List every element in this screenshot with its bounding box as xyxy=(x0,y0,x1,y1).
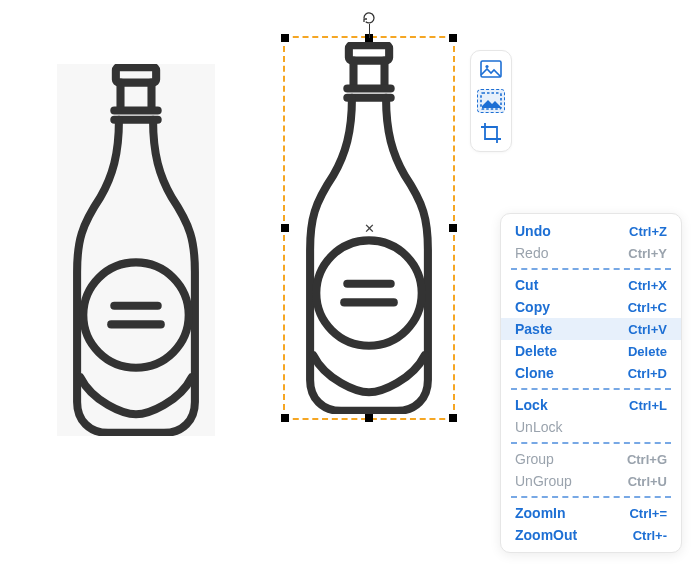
bottle-icon xyxy=(57,64,215,436)
menu-item-label: ZoomOut xyxy=(515,527,577,543)
canvas-object-bottle[interactable] xyxy=(57,64,215,436)
menu-item-label: Delete xyxy=(515,343,557,359)
menu-item-copy[interactable]: CopyCtrl+C xyxy=(501,296,681,318)
menu-item-shortcut: Ctrl+Z xyxy=(629,224,667,239)
menu-item-undo[interactable]: UndoCtrl+Z xyxy=(501,220,681,242)
menu-item-label: Clone xyxy=(515,365,554,381)
menu-item-label: UnLock xyxy=(515,419,562,435)
menu-item-shortcut: Ctrl+D xyxy=(628,366,667,381)
context-menu: UndoCtrl+ZRedoCtrl+YCutCtrl+XCopyCtrl+CP… xyxy=(500,213,682,553)
menu-item-shortcut: Ctrl+L xyxy=(629,398,667,413)
resize-handle-tr[interactable] xyxy=(449,34,457,42)
menu-item-label: Paste xyxy=(515,321,552,337)
menu-separator xyxy=(511,442,671,444)
menu-item-lock[interactable]: LockCtrl+L xyxy=(501,394,681,416)
menu-item-zoomout[interactable]: ZoomOutCtrl+- xyxy=(501,524,681,546)
resize-handle-bm[interactable] xyxy=(365,414,373,422)
menu-item-shortcut: Ctrl+V xyxy=(628,322,667,337)
resize-handle-tm[interactable] xyxy=(365,34,373,42)
image-style-tool[interactable] xyxy=(477,89,505,113)
image-style-icon xyxy=(480,92,502,110)
menu-item-shortcut: Ctrl+X xyxy=(628,278,667,293)
menu-item-ungroup: UnGroupCtrl+U xyxy=(501,470,681,492)
crop-tool[interactable] xyxy=(477,121,505,145)
resize-handle-br[interactable] xyxy=(449,414,457,422)
rotate-handle[interactable] xyxy=(361,10,377,26)
menu-item-cut[interactable]: CutCtrl+X xyxy=(501,274,681,296)
resize-handle-ml[interactable] xyxy=(281,224,289,232)
menu-item-zoomin[interactable]: ZoomInCtrl+= xyxy=(501,502,681,524)
menu-item-shortcut: Ctrl+Y xyxy=(628,246,667,261)
menu-item-clone[interactable]: CloneCtrl+D xyxy=(501,362,681,384)
menu-item-label: Copy xyxy=(515,299,550,315)
floating-tool-panel xyxy=(470,50,512,152)
resize-handle-bl[interactable] xyxy=(281,414,289,422)
image-icon xyxy=(480,60,502,78)
menu-separator xyxy=(511,496,671,498)
resize-handle-tl[interactable] xyxy=(281,34,289,42)
menu-item-shortcut: Ctrl+- xyxy=(633,528,667,543)
menu-item-label: ZoomIn xyxy=(515,505,566,521)
menu-item-shortcut: Ctrl+G xyxy=(627,452,667,467)
menu-item-label: Cut xyxy=(515,277,538,293)
menu-item-shortcut: Ctrl+U xyxy=(628,474,667,489)
resize-handle-mr[interactable] xyxy=(449,224,457,232)
rotate-icon xyxy=(361,10,377,26)
svg-point-5 xyxy=(316,240,421,345)
menu-item-label: Undo xyxy=(515,223,551,239)
menu-item-label: Group xyxy=(515,451,554,467)
svg-point-9 xyxy=(485,65,488,68)
menu-item-unlock: UnLock xyxy=(501,416,681,438)
image-tool[interactable] xyxy=(477,57,505,81)
menu-item-label: Lock xyxy=(515,397,548,413)
menu-separator xyxy=(511,268,671,270)
svg-point-1 xyxy=(83,262,188,367)
menu-item-label: UnGroup xyxy=(515,473,572,489)
menu-separator xyxy=(511,388,671,390)
menu-item-shortcut: Ctrl+= xyxy=(629,506,667,521)
selection-center-marker[interactable]: ✕ xyxy=(364,221,375,236)
crop-icon xyxy=(480,122,502,144)
menu-item-group: GroupCtrl+G xyxy=(501,448,681,470)
menu-item-paste[interactable]: PasteCtrl+V xyxy=(501,318,681,340)
menu-item-redo: RedoCtrl+Y xyxy=(501,242,681,264)
menu-item-label: Redo xyxy=(515,245,548,261)
menu-item-delete[interactable]: DeleteDelete xyxy=(501,340,681,362)
menu-item-shortcut: Ctrl+C xyxy=(628,300,667,315)
menu-item-shortcut: Delete xyxy=(628,344,667,359)
